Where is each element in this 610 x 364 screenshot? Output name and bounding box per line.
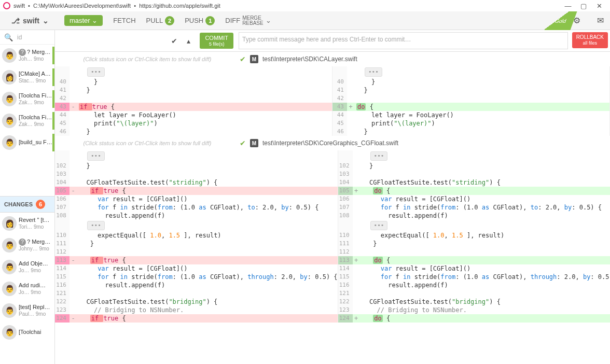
code-line: 102 }	[338, 162, 610, 170]
commit-item[interactable]: 👩 [CMake] Adjust… Stac… 9mo	[0, 66, 54, 88]
commit-item[interactable]: 👨 Add Obje… Jo… 9mo	[0, 256, 54, 278]
commit-title: Revert " [test]…	[19, 217, 52, 224]
ellipsis-icon[interactable]: •••	[370, 151, 388, 161]
avatar: 👨	[2, 325, 17, 340]
file-check-icon[interactable]: ✔	[240, 55, 246, 63]
commit-meta: Tori… 9mo	[19, 224, 52, 231]
commit-item[interactable]: 👨 [Toolchai	[0, 321, 54, 343]
diff-hint: (Click status icon or Ctrl-Click item to…	[59, 140, 235, 146]
pull-button[interactable]: PULL 2	[146, 16, 175, 25]
search-icon: 🔍	[4, 33, 13, 41]
ellipsis-icon[interactable]: •••	[87, 67, 105, 77]
file-path: test\Interpreter\SDK\CoreGraphics_CGFloa…	[262, 139, 398, 147]
commit-item[interactable]: 👨 [build_su Fixed…	[0, 132, 54, 153]
commit-item[interactable]: 👨 [Toolcha Fix typ… Zak… 9mo	[0, 110, 54, 132]
push-button[interactable]: PUSH 1	[185, 16, 215, 25]
diff-pane-right: •••40 }41 }4243+do {44 let layer = FooLa…	[332, 66, 610, 136]
commit-item[interactable]: 👨 ?? Merge… Joh… 9mo	[0, 45, 54, 66]
code-line: 110 expectEqual([ 1.0, 1.5 ], result)	[55, 231, 338, 240]
commit-item[interactable]: 👨 Add rudi… Jo… 9mo	[0, 278, 54, 300]
code-line: 122 CGFloatTestSuite.test("bridging") {	[338, 298, 610, 306]
app-icon	[3, 2, 10, 9]
status-stripe	[52, 68, 54, 86]
code-line: 114 var result = [CGFloat]()	[338, 264, 610, 273]
code-line: 108 result.append(f)	[55, 212, 338, 220]
commit-button[interactable]: COMMIT 5 file(s)	[200, 33, 233, 49]
commit-message-input[interactable]: Type commit message here and press Ctrl-…	[239, 32, 568, 49]
commit-item[interactable]: 👨 [Toolcha Fix typ… Zak… 9mo	[0, 88, 54, 110]
mail-icon[interactable]: ✉	[597, 16, 604, 25]
commit-item[interactable]: 👨 [test] Replac… Paul… 9mo	[0, 300, 54, 321]
code-line: 104 CGFloatTestSuite.test("striding") {	[338, 178, 610, 187]
code-line: 42	[55, 94, 332, 103]
ellipsis-icon[interactable]: •••	[87, 221, 105, 230]
maximize-button[interactable]: ▢	[576, 2, 591, 10]
code-line: 123 // Bridging to NSNumber.	[338, 306, 610, 314]
file-header: (Click status icon or Ctrl-Click item to…	[55, 136, 610, 150]
close-button[interactable]: ✕	[591, 2, 607, 10]
avatar: 👩	[2, 216, 17, 231]
code-line: 123 // Bridging to NSNumber.	[55, 306, 338, 314]
search-bar[interactable]: 🔍 id	[0, 30, 54, 45]
collapse-icon[interactable]: ▴	[187, 37, 190, 45]
pull-count-badge: 2	[165, 16, 174, 25]
commit-item[interactable]: 👩 Revert " [test]… Tori… 9mo	[0, 213, 54, 234]
sidebar: 🔍 id 👨 ?? Merge… Joh… 9mo 👩 [CMake] Adju…	[0, 30, 55, 364]
status-stripe	[52, 134, 54, 151]
search-input[interactable]: id	[17, 34, 22, 41]
commit-meta: Zak… 9mo	[19, 121, 52, 128]
code-line: 116 result.append(f)	[338, 281, 610, 289]
status-stripe	[52, 47, 54, 64]
code-line: 115 for f in stride(from: (1.0 as CGFloa…	[55, 273, 338, 281]
ellipsis-icon[interactable]: •••	[87, 151, 105, 161]
title-path: C:\My\Work\Aurees\Development\swift	[33, 3, 131, 9]
gold-badge[interactable]: Gold	[544, 11, 577, 30]
avatar: 👨	[2, 260, 17, 274]
commit-meta: Joh… 9mo	[19, 56, 52, 63]
code-line: 107 for f in stride(from: (1.0 as CGFloa…	[55, 203, 338, 212]
code-line: 115 for f in stride(from: (1.0 as CGFloa…	[338, 273, 610, 281]
ellipsis-icon[interactable]: •••	[365, 67, 382, 77]
commit-header: ✔ ▴ COMMIT 5 file(s) Type commit message…	[55, 30, 610, 52]
commit-title: ?? Merge…	[19, 49, 52, 56]
diff-merge-button[interactable]: DIFF MERGE REBASE ⌄	[225, 16, 271, 26]
check-all-icon[interactable]: ✔	[171, 37, 177, 45]
commit-title: [Toolcha Fix typ…	[19, 114, 52, 121]
file-check-icon[interactable]: ✔	[240, 139, 246, 147]
commit-title: [test] Replac…	[19, 304, 52, 311]
code-line: 111 }	[338, 240, 610, 248]
code-line: 121	[338, 289, 610, 298]
commit-title: Add rudi…	[19, 282, 52, 289]
diff-area[interactable]: (Click status icon or Ctrl-Click item to…	[55, 52, 610, 364]
repo-selector[interactable]: ⎇ swift ⌄	[6, 15, 54, 27]
code-line: 45 print("\(layer)")	[332, 119, 609, 128]
code-line: 122 CGFloatTestSuite.test("bridging") {	[55, 298, 338, 306]
rollback-button[interactable]: ROLLBACK all files	[572, 32, 608, 48]
commit-item[interactable]: 👨 ?? Merge pull… Johny… 9mo	[0, 234, 54, 256]
status-stripe	[52, 112, 54, 130]
code-line: 106 var result = [CGFloat]()	[338, 195, 610, 203]
changes-header[interactable]: CHANGES 6	[0, 196, 54, 213]
file-path: test\Interpreter\SDK\CALayer.swift	[262, 55, 357, 63]
code-line: 45 print("\(layer)")	[55, 119, 332, 128]
code-line: 40 }	[55, 78, 332, 86]
commit-title: [Toolcha Fix typ…	[19, 92, 52, 100]
modified-badge: M	[250, 55, 258, 63]
diff-pane-right: •••102 }103104 CGFloatTestSuite.test("st…	[338, 150, 610, 323]
code-line: 112	[55, 248, 338, 256]
avatar: 👨	[2, 238, 17, 253]
titlebar: swift • C:\My\Work\Aurees\Development\sw…	[0, 0, 610, 11]
status-stripe	[52, 90, 54, 108]
ellipsis-icon[interactable]: •••	[370, 221, 388, 230]
commit-meta: Johny… 9mo	[19, 246, 52, 253]
minimize-button[interactable]: —	[560, 2, 576, 10]
title-url: https://github.com/apple/swift.git	[139, 3, 220, 9]
branch-selector[interactable]: master ⌄	[64, 15, 103, 26]
code-line: 107 for f in stride(from: (1.0 as CGFloa…	[338, 203, 610, 212]
file-header: (Click status icon or Ctrl-Click item to…	[55, 52, 610, 66]
code-line: 40 }	[332, 78, 609, 86]
code-line: 43-if true {	[55, 103, 332, 111]
fetch-button[interactable]: FETCH	[113, 17, 135, 24]
title-app: swift	[13, 3, 25, 9]
commit-title: [CMake] Adjust…	[19, 71, 52, 78]
